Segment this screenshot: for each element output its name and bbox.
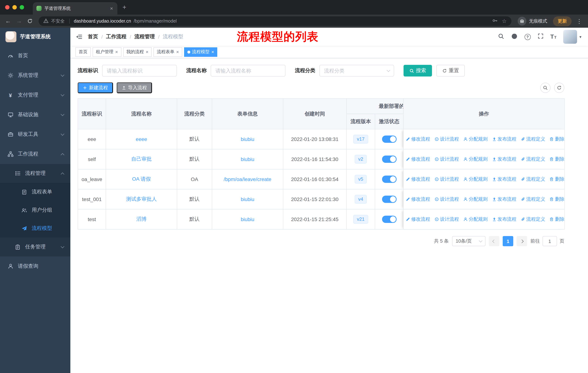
- search-button[interactable]: 搜索: [404, 65, 432, 77]
- import-process-button[interactable]: 导入流程: [117, 82, 152, 93]
- process-definition-link[interactable]: 流程定义: [521, 216, 545, 222]
- tag-my-process[interactable]: 我的流程 ×: [123, 47, 152, 57]
- delete-process-link[interactable]: 删除: [550, 216, 565, 222]
- create-process-button[interactable]: 新建流程: [78, 82, 113, 93]
- process-name-link[interactable]: 滔博: [136, 216, 147, 222]
- sidebar-item-devtools[interactable]: 研发工具: [0, 125, 70, 144]
- process-definition-link[interactable]: 流程定义: [521, 136, 545, 142]
- process-name-input[interactable]: [211, 65, 285, 77]
- window-minimize-button[interactable]: [12, 5, 17, 10]
- breadcrumb-home[interactable]: 首页: [88, 33, 98, 40]
- security-warning-icon[interactable]: [43, 18, 49, 24]
- fullscreen-icon[interactable]: [537, 33, 543, 40]
- status-toggle[interactable]: [382, 156, 396, 163]
- window-close-button[interactable]: [5, 5, 10, 10]
- form-info-link[interactable]: biubiu: [241, 156, 254, 162]
- form-info-link[interactable]: /bpm/oa/leave/create: [224, 176, 271, 182]
- delete-process-link[interactable]: 删除: [550, 176, 565, 182]
- publish-process-link[interactable]: 发布流程: [492, 216, 516, 222]
- sidebar-item-process-form[interactable]: 流程表单: [0, 183, 70, 201]
- hamburger-icon[interactable]: [70, 33, 88, 40]
- sidebar-item-home[interactable]: 首页: [0, 46, 70, 66]
- delete-process-link[interactable]: 删除: [550, 156, 565, 162]
- publish-process-link[interactable]: 发布流程: [492, 196, 516, 202]
- design-process-link[interactable]: 设计流程: [435, 136, 459, 142]
- form-info-link[interactable]: biubiu: [241, 136, 254, 142]
- close-icon[interactable]: ×: [115, 50, 118, 54]
- sidebar-item-task-management[interactable]: 任务管理: [0, 238, 70, 256]
- edit-process-link[interactable]: 修改流程: [406, 136, 430, 142]
- breadcrumb-workflow[interactable]: 工作流程: [106, 33, 126, 40]
- tab-close-icon[interactable]: ×: [109, 5, 114, 11]
- search-icon[interactable]: [498, 33, 504, 40]
- sidebar-item-process-management[interactable]: 流程管理: [0, 164, 70, 183]
- sidebar-item-infra[interactable]: 基础设施: [0, 105, 70, 125]
- browser-update-button[interactable]: 更新: [553, 16, 572, 26]
- tag-home[interactable]: 首页: [75, 47, 91, 57]
- tag-tenant-management[interactable]: 租户管理 ×: [93, 47, 121, 57]
- process-name-link[interactable]: 测试多审批人: [126, 196, 157, 202]
- edit-process-link[interactable]: 修改流程: [406, 176, 430, 182]
- status-toggle[interactable]: [382, 135, 396, 143]
- publish-process-link[interactable]: 发布流程: [492, 136, 516, 142]
- incognito-badge[interactable]: 无痕模式: [518, 17, 547, 26]
- github-icon[interactable]: [511, 33, 517, 41]
- reload-icon[interactable]: [25, 16, 35, 26]
- sidebar-item-leave-query[interactable]: 请假查询: [0, 256, 70, 276]
- browser-tab[interactable]: 芋道管理系统 ×: [33, 2, 117, 15]
- next-page-button[interactable]: [516, 236, 527, 246]
- process-id-input[interactable]: [102, 65, 177, 77]
- design-process-link[interactable]: 设计流程: [435, 156, 459, 162]
- page-size-select[interactable]: 10条/页: [452, 236, 486, 246]
- sidebar-item-user-group[interactable]: 用户分组: [0, 201, 70, 219]
- assign-rule-link[interactable]: 分配规则: [463, 196, 488, 202]
- process-definition-link[interactable]: 流程定义: [521, 196, 545, 202]
- text-size-icon[interactable]: TT: [550, 33, 556, 40]
- process-definition-link[interactable]: 流程定义: [521, 156, 545, 162]
- page-1-button[interactable]: 1: [503, 236, 513, 246]
- delete-process-link[interactable]: 删除: [550, 196, 565, 202]
- publish-process-link[interactable]: 发布流程: [492, 156, 516, 162]
- design-process-link[interactable]: 设计流程: [435, 196, 459, 202]
- bookmark-star-icon[interactable]: ☆: [502, 18, 507, 24]
- new-tab-button[interactable]: +: [117, 0, 131, 15]
- tag-process-form[interactable]: 流程表单 ×: [153, 47, 182, 57]
- sidebar-item-payment[interactable]: ¥ 支付管理: [0, 85, 70, 105]
- close-icon[interactable]: ×: [176, 50, 179, 54]
- show-search-icon[interactable]: [540, 83, 550, 93]
- back-icon[interactable]: ←: [3, 16, 13, 26]
- reset-button[interactable]: 重置: [436, 65, 465, 77]
- delete-process-link[interactable]: 删除: [550, 136, 565, 142]
- sidebar-item-process-model[interactable]: 流程模型: [0, 219, 70, 238]
- breadcrumb-process-management[interactable]: 流程管理: [135, 33, 155, 40]
- publish-process-link[interactable]: 发布流程: [492, 176, 516, 182]
- user-menu[interactable]: ▾: [563, 30, 581, 44]
- design-process-link[interactable]: 设计流程: [435, 176, 459, 182]
- assign-rule-link[interactable]: 分配规则: [463, 216, 488, 222]
- assign-rule-link[interactable]: 分配规则: [463, 156, 488, 162]
- forward-icon[interactable]: →: [14, 16, 24, 26]
- key-icon[interactable]: [492, 18, 497, 24]
- edit-process-link[interactable]: 修改流程: [406, 216, 430, 222]
- form-info-link[interactable]: biubiu: [241, 196, 254, 202]
- design-process-link[interactable]: 设计流程: [435, 216, 459, 222]
- edit-process-link[interactable]: 修改流程: [406, 156, 430, 162]
- status-toggle[interactable]: [382, 176, 396, 183]
- assign-rule-link[interactable]: 分配规则: [463, 136, 488, 142]
- prev-page-button[interactable]: [489, 236, 499, 246]
- goto-page-input[interactable]: [542, 236, 557, 246]
- process-name-link[interactable]: eeee: [136, 136, 147, 142]
- close-icon[interactable]: ×: [146, 50, 148, 54]
- status-toggle[interactable]: [382, 196, 396, 203]
- edit-process-link[interactable]: 修改流程: [406, 196, 430, 202]
- tag-process-model[interactable]: 流程模型 ×: [184, 47, 217, 57]
- url-bar[interactable]: 不安全 dashboard.yudao.iocoder.cn/bpm/manag…: [39, 16, 511, 26]
- window-zoom-button[interactable]: [20, 5, 24, 10]
- process-definition-link[interactable]: 流程定义: [521, 176, 545, 182]
- browser-menu-icon[interactable]: ⋮: [575, 18, 584, 25]
- close-icon[interactable]: ×: [211, 50, 214, 54]
- process-name-link[interactable]: 自己审批: [131, 156, 152, 162]
- process-name-link[interactable]: OA 请假: [132, 176, 151, 182]
- help-icon[interactable]: ?: [524, 34, 531, 40]
- refresh-icon[interactable]: [554, 83, 564, 93]
